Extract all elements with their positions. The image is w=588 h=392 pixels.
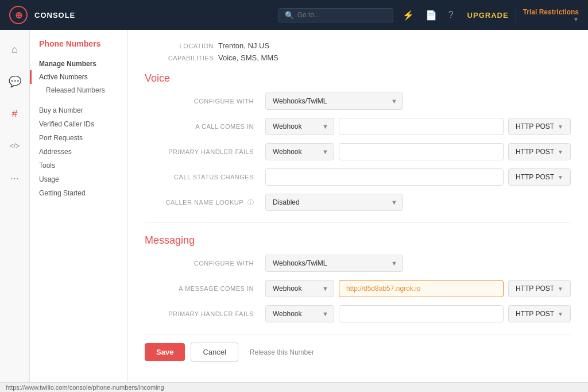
sidebar-item-active-numbers[interactable]: Active Numbers: [30, 70, 127, 84]
sidebar-section-manage: Manage Numbers: [30, 55, 127, 70]
voice-caller-lookup-row: CALLER NAME LOOKUP ⓘ Disabled Enabled ▼: [145, 194, 571, 211]
nav-numbers[interactable]: #: [5, 103, 25, 124]
location-value: Trenton, NJ US: [218, 41, 269, 50]
voice-handler-type-select[interactable]: Webhook TwiML Bin Twilio Functions: [265, 143, 334, 160]
messaging-handler-method-button[interactable]: HTTP POST ▼: [508, 305, 571, 322]
messaging-msg-in-label: A MESSAGE COMES IN: [145, 285, 265, 292]
messaging-msg-method-button[interactable]: HTTP POST ▼: [508, 280, 571, 297]
voice-call-method-chevron-icon: ▼: [558, 124, 563, 130]
nav-messages[interactable]: 💬: [5, 71, 25, 92]
voice-primary-handler-label: PRIMARY HANDLER FAILS: [145, 148, 265, 155]
messaging-handler-type-select[interactable]: Webhook TwiML Bin Twilio Functions: [265, 305, 334, 322]
voice-section-title: Voice: [145, 72, 571, 84]
sidebar-title: Phone Numbers: [30, 39, 127, 55]
voice-call-comes-in-row: A CALL COMES IN Webhook TwiML Bin Twilio…: [145, 118, 571, 135]
sidebar: Phone Numbers Manage Numbers Active Numb…: [30, 30, 127, 392]
sidebar-item-buy-number[interactable]: Buy a Number: [30, 103, 127, 117]
voice-call-comes-in-label: A CALL COMES IN: [145, 123, 265, 130]
messaging-msg-type-wrapper: Webhook TwiML Bin Twilio Functions ▼: [265, 280, 334, 297]
voice-handler-method-button[interactable]: HTTP POST ▼: [508, 143, 571, 160]
cancel-button[interactable]: Cancel: [191, 343, 238, 362]
capabilities-label: CAPABILITIES: [145, 55, 214, 62]
voice-call-url-input[interactable]: [339, 118, 504, 135]
capabilities-row: CAPABILITIES Voice, SMS, MMS: [145, 53, 571, 62]
voice-call-method-button[interactable]: HTTP POST ▼: [508, 118, 571, 135]
main-content: LOCATION Trenton, NJ US CAPABILITIES Voi…: [127, 30, 588, 392]
save-button[interactable]: Save: [145, 343, 185, 361]
search-input[interactable]: [297, 11, 387, 19]
voice-handler-url-input[interactable]: [339, 143, 504, 160]
voice-call-type-wrapper: Webhook TwiML Bin Twilio Functions ▼: [265, 118, 334, 135]
sidebar-item-addresses[interactable]: Addresses: [30, 145, 127, 159]
voice-call-status-row: CALL STATUS CHANGES HTTP POST ▼: [145, 168, 571, 186]
voice-primary-handler-row: PRIMARY HANDLER FAILS Webhook TwiML Bin …: [145, 143, 571, 160]
messaging-handler-row: PRIMARY HANDLER FAILS Webhook TwiML Bin …: [145, 305, 571, 322]
voice-configure-select-wrapper: Webhooks/TwiML TwiML Bin Twilio Function…: [265, 93, 403, 110]
console-logo: ⊕: [9, 6, 28, 24]
messaging-section-title: Messaging: [145, 235, 571, 247]
messaging-msg-url-input[interactable]: [339, 280, 504, 297]
footer-bar: Save Cancel Release this Number: [145, 334, 571, 370]
voice-caller-lookup-wrapper: Disabled Enabled ▼: [265, 194, 403, 211]
search-box[interactable]: 🔍: [278, 8, 393, 22]
trial-chevron-icon: ▼: [573, 16, 579, 22]
messaging-configure-row: CONFIGURE WITH Webhooks/TwiML TwiML Bin …: [145, 255, 571, 272]
location-label: LOCATION: [145, 43, 214, 49]
release-number-link[interactable]: Release this Number: [250, 348, 314, 356]
voice-handler-type-wrapper: Webhook TwiML Bin Twilio Functions ▼: [265, 143, 334, 160]
messaging-handler-type-wrapper: Webhook TwiML Bin Twilio Functions ▼: [265, 305, 334, 322]
search-icon: 🔍: [285, 11, 294, 20]
nav-more[interactable]: ···: [5, 168, 25, 189]
help-icon[interactable]: ?: [446, 7, 456, 22]
voice-status-url-input[interactable]: [265, 168, 504, 186]
statusbar: https://www.twilio.com/console/phone-num…: [0, 382, 588, 392]
sidebar-item-getting-started[interactable]: Getting Started: [30, 186, 127, 200]
messaging-configure-wrapper: Webhooks/TwiML TwiML Bin Twilio Function…: [265, 255, 403, 272]
voice-status-method-button[interactable]: HTTP POST ▼: [508, 168, 571, 186]
voice-call-type-select[interactable]: Webhook TwiML Bin Twilio Functions: [265, 118, 334, 135]
trial-restrictions[interactable]: Trial Restrictions ▼: [516, 8, 579, 22]
statusbar-url: https://www.twilio.com/console/phone-num…: [6, 384, 164, 391]
voice-configure-row: CONFIGURE WITH Webhooks/TwiML TwiML Bin …: [145, 93, 571, 110]
messaging-configure-label: CONFIGURE WITH: [145, 260, 265, 267]
messaging-msg-type-select[interactable]: Webhook TwiML Bin Twilio Functions: [265, 280, 334, 297]
trial-restrictions-label: Trial Restrictions: [523, 8, 579, 16]
plugin-icon[interactable]: ⚡: [400, 7, 416, 23]
nav-home[interactable]: ⌂: [5, 39, 25, 60]
icon-nav: ⌂ 💬 # </> ···: [0, 30, 30, 392]
messaging-msg-method-chevron-icon: ▼: [558, 286, 563, 292]
messaging-configure-select[interactable]: Webhooks/TwiML TwiML Bin Twilio Function…: [265, 255, 403, 272]
console-title: CONSOLE: [34, 11, 75, 20]
location-row: LOCATION Trenton, NJ US: [145, 41, 571, 50]
sidebar-item-released-numbers[interactable]: Released Numbers: [30, 84, 127, 97]
caller-lookup-help-icon[interactable]: ⓘ: [247, 199, 254, 206]
sidebar-item-tools[interactable]: Tools: [30, 159, 127, 172]
voice-messaging-divider: [145, 222, 571, 223]
voice-call-status-label: CALL STATUS CHANGES: [145, 174, 265, 180]
voice-status-method-chevron-icon: ▼: [558, 174, 563, 180]
capabilities-value: Voice, SMS, MMS: [218, 53, 278, 62]
sidebar-item-usage[interactable]: Usage: [30, 172, 127, 186]
messaging-handler-url-input[interactable]: [339, 305, 504, 322]
nav-code[interactable]: </>: [5, 136, 25, 156]
voice-configure-select[interactable]: Webhooks/TwiML TwiML Bin Twilio Function…: [265, 93, 403, 110]
voice-caller-lookup-select[interactable]: Disabled Enabled: [265, 194, 403, 211]
messaging-msg-in-row: A MESSAGE COMES IN Webhook TwiML Bin Twi…: [145, 280, 571, 297]
upgrade-button[interactable]: UPGRADE: [467, 11, 509, 20]
voice-configure-label: CONFIGURE WITH: [145, 98, 265, 105]
voice-caller-lookup-label: CALLER NAME LOOKUP ⓘ: [145, 198, 265, 207]
voice-handler-method-chevron-icon: ▼: [558, 149, 563, 155]
topnav: ⊕ CONSOLE 🔍 ⚡ 📄 ? UPGRADE Trial Restrict…: [0, 0, 588, 30]
sidebar-item-port-requests[interactable]: Port Requests: [30, 131, 127, 145]
messaging-handler-method-chevron-icon: ▼: [558, 311, 563, 317]
sidebar-item-verified-caller[interactable]: Verified Caller IDs: [30, 117, 127, 131]
doc-icon[interactable]: 📄: [423, 7, 439, 23]
messaging-handler-label: PRIMARY HANDLER FAILS: [145, 310, 265, 317]
